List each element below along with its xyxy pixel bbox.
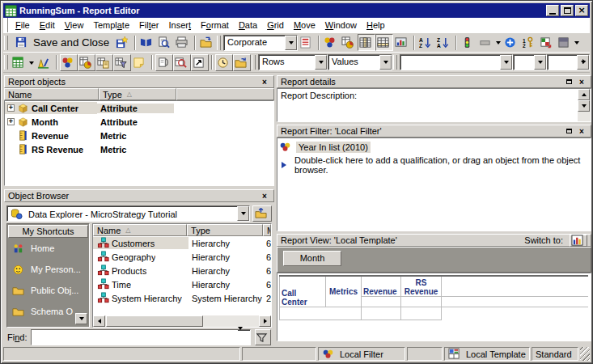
column-header-type[interactable]: Type [187,224,263,236]
minimize-button[interactable] [546,5,559,16]
notes-button[interactable] [131,54,149,71]
scroll-up-icon[interactable] [578,89,590,100]
expand-icon[interactable]: + [7,118,15,125]
page-by-month-button[interactable]: Month [283,251,341,266]
toolbar-grip[interactable] [252,55,256,70]
ranking-button[interactable]: 12 [520,34,538,51]
report-objects-toggle-button[interactable] [60,54,78,71]
restore-panel-icon[interactable] [563,77,574,87]
menu-window[interactable]: Window [320,19,362,32]
tree-item-month[interactable]: +MonthAttribute [5,115,273,129]
sort-ascending-button[interactable]: AZ [417,34,435,51]
list-item-products[interactable]: ProductsHierarchy6/12/20 [93,264,271,277]
grid-metrics-label[interactable]: Metrics [326,276,362,307]
shortcut-pane-button[interactable] [191,54,209,71]
autostyle-combo[interactable]: Corporate [223,35,298,51]
restore-panel-icon[interactable] [563,126,574,136]
list-item-geography[interactable]: GeographyHierarchy6/12/20 [93,250,271,264]
properties-button[interactable] [198,34,216,51]
history-button[interactable] [215,54,233,71]
list-item-customers[interactable]: CustomersHierarchy6/12/20 [93,236,271,250]
grid-column-rs-revenue[interactable]: RS Revenue [401,276,442,296]
fill-color-button[interactable] [556,34,581,51]
print-button[interactable] [174,34,192,51]
column-header-name[interactable]: Name [4,88,99,100]
menu-edit[interactable]: Edit [35,19,60,32]
grid-data-cell[interactable] [401,307,442,320]
horizontal-scrollbar[interactable] [93,315,271,327]
app-icon[interactable] [5,5,17,17]
status-mode[interactable]: Standard [532,347,578,361]
menu-move[interactable]: Move [289,19,320,32]
column-header-type[interactable]: Type△ [99,88,176,100]
filter-qualification[interactable]: Year In list (2010) [279,141,589,153]
menu-file[interactable]: File [11,19,35,32]
vertical-scrollbar[interactable] [578,89,591,121]
close-panel-icon[interactable]: × [576,77,587,87]
tree-item-rs-revenue[interactable]: RS RevenueMetric [5,142,273,156]
menu-template[interactable]: Template [88,19,134,32]
design-view-button[interactable] [36,54,53,71]
grid-format-headers-button[interactable] [322,34,340,51]
status-template[interactable]: Local Template [444,347,530,361]
column-header-name[interactable]: Name△ [93,224,187,236]
custom-style-button[interactable] [298,34,316,51]
grid-data-cell[interactable] [280,307,362,320]
thresholds-button[interactable] [460,34,477,51]
sort-descending-button[interactable]: ZA [435,34,453,51]
tree-item-call-center[interactable]: +Call CenterAttribute [5,101,273,115]
maximize-button[interactable] [561,5,574,16]
menu-filter[interactable]: Filter [134,19,163,32]
grid-format-values-button[interactable] [340,34,358,51]
refresh-folder-button[interactable] [233,54,251,71]
values-combo[interactable]: Values [328,54,392,70]
banding-button[interactable] [477,34,502,51]
find-dropdown-button[interactable] [238,330,250,345]
object-browser-toggle-button[interactable] [78,54,95,71]
toolbar-overflow-icon[interactable] [582,59,588,64]
toolbar-grip[interactable] [4,55,8,70]
switch-view-button[interactable] [570,235,587,247]
filter-add-hint[interactable]: Double-click here to add a qualification… [277,155,591,175]
grid-data-cell[interactable] [362,307,401,320]
report-filter-toggle-button[interactable] [113,54,131,71]
toolbar-grip[interactable] [217,36,221,50]
insert-row-button[interactable] [375,34,393,51]
my-shortcuts-button[interactable]: My Shortcuts [8,225,88,238]
title-bar[interactable]: RunningSum - Report Editor × [3,3,590,18]
grid-row-header[interactable]: Call Center [280,276,326,307]
toolbar-grip[interactable] [4,36,8,50]
toolbar-grip[interactable] [393,55,397,70]
grid-graph-button[interactable] [393,34,411,51]
menu-insert[interactable]: Insert [163,19,196,32]
tree-item-revenue[interactable]: RevenueMetric [5,129,273,142]
list-item-system-hierarchy[interactable]: System HierarchySystem Hierarchy2/14/20 [93,291,271,305]
shortcuts-scroll-down-button[interactable] [75,313,87,324]
open-book-button[interactable] [138,34,156,51]
scroll-right-icon[interactable] [259,315,271,327]
menu-format[interactable]: Format [196,19,234,32]
save-and-close[interactable]: Save and Close [11,34,114,51]
combo-dropdown-button[interactable] [285,36,297,50]
combo-dropdown-button[interactable] [379,55,392,70]
insert-column-button[interactable] [358,34,375,51]
menu-view[interactable]: View [60,19,89,32]
form-combo[interactable] [513,54,547,70]
print-preview-button[interactable] [156,34,174,51]
menu-help[interactable]: Help [362,19,390,32]
find-combo[interactable] [31,329,251,345]
close-panel-icon[interactable]: × [259,191,270,201]
shortcut-home[interactable]: Home [8,238,88,259]
insert-object-button[interactable] [502,34,520,51]
page-by-button[interactable] [155,54,173,71]
find-input[interactable] [32,330,238,345]
combo-dropdown-button[interactable] [500,55,512,70]
zoom-grid-button[interactable] [173,54,191,71]
close-button[interactable]: × [575,5,588,16]
combo-dropdown-button[interactable] [237,206,249,221]
resize-grip[interactable] [580,347,590,361]
scrollbar-thumb[interactable] [106,315,203,327]
column-header-modified[interactable]: Modifica [263,224,271,236]
data-source-combo[interactable]: Data Explorer - MicroStrategy Tutorial [6,205,250,222]
grid-view-button[interactable] [11,54,36,71]
